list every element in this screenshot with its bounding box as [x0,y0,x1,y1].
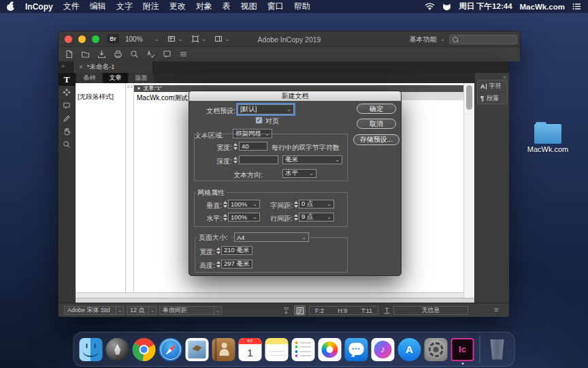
statusbar-menu-icon[interactable]: ≡ [494,305,498,313]
cancel-button[interactable]: 取消 [357,119,396,129]
tab-galley[interactable]: 条样 [77,73,102,83]
direction-select[interactable]: 水平 ⌄ [282,169,316,178]
minimize-window-button[interactable] [78,35,86,43]
depth-field[interactable] [239,155,278,164]
depth-ruler-icon[interactable] [382,306,391,315]
vertical-scale-stepper[interactable] [223,200,227,209]
type-tool[interactable]: T [59,73,76,86]
dock-item-app-store[interactable]: A [398,338,421,361]
dock-item-launchpad[interactable] [106,338,129,361]
vertical-scale-select[interactable]: 100% ⌄ [228,200,260,209]
leading-select[interactable]: 单倍间距 ⌄ [159,306,222,315]
bridge-button[interactable]: Br [107,34,119,44]
menu-item-window[interactable]: 窗口 [267,1,284,12]
char-aki-stepper[interactable] [293,200,298,209]
grid-width-field[interactable]: 40 [239,142,267,151]
page-height-field[interactable]: 297 毫米 [221,260,252,269]
line-aki-select[interactable]: 9 点 ⌄ [299,213,334,221]
tab-layout[interactable]: 版面 [129,73,154,83]
macwk-logo-icon[interactable] [442,3,451,11]
menu-item-object[interactable]: 对象 [196,1,212,12]
page-size-select[interactable]: A4 ⌄ [234,232,309,242]
menu-item-type[interactable]: 文字 [116,1,133,12]
dock-item-incopy[interactable]: Ic [451,338,474,361]
dock-item-chrome[interactable] [133,338,156,361]
chevron-down-icon[interactable]: ⌄ [154,36,160,42]
facing-pages-checkbox[interactable]: ✓ [255,117,263,124]
depth-stepper[interactable] [233,155,238,164]
depth-unit-select[interactable]: 毫米 ⌄ [282,155,342,164]
dock-item-contacts[interactable] [212,338,235,361]
document-tab[interactable]: × *未命名-1 [73,61,153,73]
page-width-field[interactable]: 210 毫米 [221,246,252,255]
save-icon[interactable] [97,50,106,59]
screen-mode-dropdown[interactable]: ⌄ [191,35,207,43]
new-document-icon[interactable] [65,50,74,59]
grid-width-stepper[interactable] [233,142,238,151]
char-aki-select[interactable]: 0 点 ⌄ [299,200,334,209]
horizontal-scrollbar[interactable] [76,292,463,298]
desktop-folder-icon[interactable] [534,122,561,144]
arrange-documents-dropdown[interactable]: ⌄ [214,35,230,43]
workspace-switcher[interactable]: 基本功能 ⌄ [409,31,445,47]
wifi-icon[interactable] [425,3,435,10]
close-window-button[interactable] [65,35,72,43]
menu-site-label[interactable]: MacWk.com [520,3,565,11]
menu-item-notes[interactable]: 附注 [143,1,159,12]
dock-item-calendar[interactable]: 9月 1 [239,338,262,361]
zoom-window-button[interactable] [92,35,99,43]
dock-item-messages[interactable]: ••• [345,338,368,361]
story-view-button[interactable] [294,305,306,316]
note-tool[interactable] [59,99,76,112]
save-preset-button[interactable]: 存储预设... [353,134,399,145]
dock-item-trash[interactable] [486,338,509,361]
dock-item-notes[interactable] [265,338,289,361]
dock-item-itunes[interactable]: ♪ [372,338,395,361]
galley-adjust-icon[interactable] [282,306,291,315]
search-input[interactable] [449,35,517,44]
dock-item-safari[interactable] [159,338,182,361]
document-scroll-strip[interactable] [76,298,474,303]
preset-select[interactable]: [默认] ⌄ [238,104,294,114]
print-icon[interactable] [114,50,122,59]
position-tool[interactable] [59,86,76,99]
panel-expand-icon[interactable]: » [61,63,65,70]
panel-button-paragraph[interactable]: ¶ 段落 [478,92,507,104]
toolbar-menu-icon[interactable] [179,50,188,59]
page-height-stepper[interactable] [216,260,220,269]
dock-item-system-preferences[interactable] [425,338,448,361]
dock-item-reminders[interactable] [292,338,315,361]
find-icon[interactable] [130,50,139,59]
view-options-dropdown[interactable]: ⌄ [167,35,183,43]
desktop-folder-label[interactable]: MacWk.com [512,145,583,153]
panel-button-character[interactable]: A 字符 [478,80,507,92]
spellcheck-icon[interactable] [146,50,155,59]
menu-item-table[interactable]: 表 [223,1,231,12]
menu-clock[interactable]: 周日 下午12:44 [459,1,512,12]
ok-button[interactable]: 确定 [357,104,396,114]
hand-tool[interactable] [59,125,76,138]
dock-item-photos[interactable] [318,338,342,361]
zoom-tool[interactable] [59,138,76,151]
line-aki-stepper[interactable] [293,213,298,221]
page-width-stepper[interactable] [216,246,220,255]
font-family-select[interactable]: Adobe 宋体 Std ⌄ [64,306,124,315]
apple-menu-icon[interactable] [7,1,15,12]
close-tab-icon[interactable]: × [79,63,83,71]
menu-item-help[interactable]: 帮助 [294,1,310,12]
note-icon[interactable] [163,50,172,59]
font-size-select[interactable]: 12 点 ⌄ [127,306,157,315]
dock-item-finder[interactable] [80,338,103,361]
eyedropper-tool[interactable] [59,112,76,125]
menu-item-view[interactable]: 视图 [241,1,257,12]
zoom-level-value[interactable]: 100% [125,35,143,43]
dock-item-mail[interactable] [186,338,209,361]
tab-story[interactable]: 文章 [103,73,128,83]
scrollbar-thumb[interactable] [466,85,472,110]
horizontal-scale-stepper[interactable] [223,213,227,221]
notification-center-icon[interactable] [572,3,581,10]
horizontal-scale-select[interactable]: 100% ⌄ [228,213,260,221]
open-folder-icon[interactable] [81,50,90,59]
menu-item-edit[interactable]: 编辑 [90,1,106,12]
menu-app-name[interactable]: InCopy [25,2,53,12]
